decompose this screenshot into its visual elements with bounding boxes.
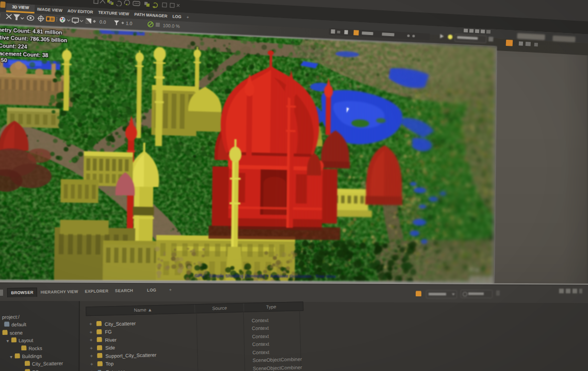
svg-text:0.0: 0.0 <box>100 20 106 25</box>
svg-text:1.0: 1.0 <box>126 21 133 26</box>
svg-text:100.0 %: 100.0 % <box>162 23 180 29</box>
